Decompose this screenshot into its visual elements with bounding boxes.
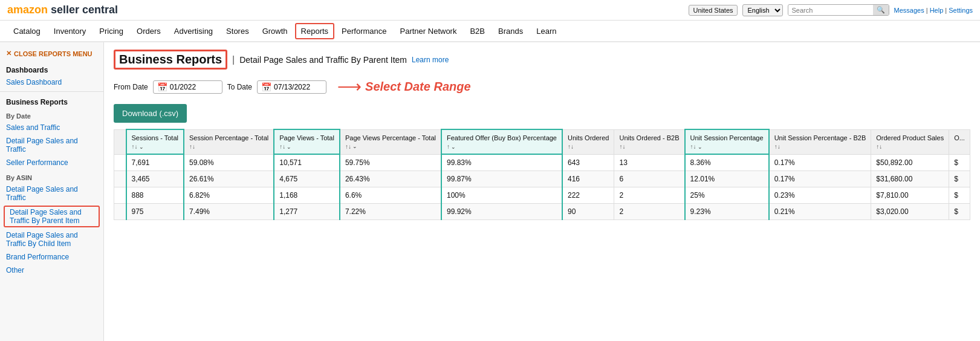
nav-brands[interactable]: Brands xyxy=(492,23,529,39)
sidebar-item-detail-page-sales-traffic[interactable]: Detail Page Sales and Traffic xyxy=(0,134,103,156)
search-button[interactable]: 🔍 xyxy=(873,5,889,15)
chevron-buybox[interactable]: ⌄ xyxy=(451,144,456,150)
table-body: 7,69159.08%10,57159.75%99.83%643138.36%0… xyxy=(114,154,970,220)
main-layout: ✕ CLOSE REPORTS MENU Dashboards Sales Da… xyxy=(0,42,980,341)
sidebar-item-seller-performance[interactable]: Seller Performance xyxy=(0,156,103,169)
nav-pricing[interactable]: Pricing xyxy=(93,23,129,39)
chevron-pv-pct[interactable]: ⌄ xyxy=(352,143,357,149)
table-cell: $ xyxy=(949,204,970,220)
settings-link[interactable]: Settings xyxy=(945,7,973,14)
table-cell: $50,892.00 xyxy=(871,154,949,171)
nav-bar: Catalog Inventory Pricing Orders Adverti… xyxy=(0,21,980,42)
sort-icon-pv[interactable]: ↑↓ xyxy=(279,143,285,150)
table-row: 7,69159.08%10,57159.75%99.83%643138.36%0… xyxy=(114,154,970,171)
sort-icon-sales[interactable]: ↑↓ xyxy=(876,143,882,150)
td-empty xyxy=(114,171,126,187)
sidebar-item-sales-dashboard[interactable]: Sales Dashboard xyxy=(0,76,103,89)
th-pv-pct: Page Views Percentage - Total ↑↓ ⌄ xyxy=(340,129,441,154)
table-cell: 416 xyxy=(562,171,614,187)
sort-icon-usp[interactable]: ↑↓ xyxy=(690,143,696,150)
sidebar-item-other[interactable]: Other xyxy=(0,264,103,277)
th-sessions-total: Sessions - Total ↑↓ ⌄ xyxy=(126,129,184,154)
sort-icon-usp-b2b[interactable]: ↑↓ xyxy=(774,143,780,150)
sidebar-group-by-asin: By ASIN xyxy=(0,169,103,183)
td-empty xyxy=(114,204,126,220)
table-cell: 6.6% xyxy=(340,187,441,204)
top-bar: amazon seller central United States Engl… xyxy=(0,0,980,21)
close-reports-menu[interactable]: ✕ CLOSE REPORTS MENU xyxy=(0,47,103,62)
messages-link[interactable]: Messages xyxy=(894,7,924,14)
th-unit-session-pct: Unit Session Percentage ↑↓ ⌄ xyxy=(685,129,769,154)
sidebar-item-detail-asin[interactable]: Detail Page Sales and Traffic xyxy=(0,183,103,204)
chevron-sessions[interactable]: ⌄ xyxy=(139,144,144,150)
sort-icon-session-pct[interactable]: ↑↓ xyxy=(189,143,195,150)
table-cell: 26.61% xyxy=(184,171,274,187)
from-date-input[interactable] xyxy=(170,83,218,91)
chevron-usp[interactable]: ⌄ xyxy=(698,144,703,150)
language-selector[interactable]: English xyxy=(742,4,783,16)
country-selector[interactable]: United States xyxy=(689,5,737,16)
sort-icon-units[interactable]: ↑↓ xyxy=(568,143,574,150)
table-cell: 3,465 xyxy=(126,171,184,187)
nav-advertising[interactable]: Advertising xyxy=(168,23,219,39)
sort-icon-buybox[interactable]: ↑ xyxy=(447,143,450,150)
to-date-input-wrapper: 📅 xyxy=(257,80,326,94)
nav-orders[interactable]: Orders xyxy=(131,23,167,39)
table-cell: 90 xyxy=(562,204,614,220)
nav-partner-network[interactable]: Partner Network xyxy=(394,23,463,39)
sort-icon-pv-pct[interactable]: ↑↓ xyxy=(345,143,351,150)
table-cell: 99.87% xyxy=(441,171,562,187)
table-cell: 10,571 xyxy=(274,154,340,171)
nav-stores[interactable]: Stores xyxy=(220,23,255,39)
to-date-calendar-icon[interactable]: 📅 xyxy=(261,82,271,92)
from-date-calendar-icon[interactable]: 📅 xyxy=(157,82,167,92)
sidebar-item-detail-child[interactable]: Detail Page Sales and Traffic By Child I… xyxy=(0,229,103,250)
sidebar-item-detail-parent[interactable]: Detail Page Sales and Traffic By Parent … xyxy=(4,206,100,227)
nav-performance[interactable]: Performance xyxy=(336,23,392,39)
table-cell: $ xyxy=(949,154,970,171)
logo: amazon seller central xyxy=(7,4,118,16)
sidebar-group-by-date: By Date xyxy=(0,108,103,121)
nav-inventory[interactable]: Inventory xyxy=(48,23,92,39)
report-table: Sessions - Total ↑↓ ⌄ Session Percentage… xyxy=(114,129,970,220)
table-cell: $31,680.00 xyxy=(871,171,949,187)
download-csv-button[interactable]: Download (.csv) xyxy=(114,104,187,123)
nav-growth[interactable]: Growth xyxy=(256,23,294,39)
sidebar-item-brand-performance[interactable]: Brand Performance xyxy=(0,250,103,264)
table-cell: $3,020.00 xyxy=(871,204,949,220)
page-title: Business Reports xyxy=(114,50,227,70)
table-cell: $7,810.00 xyxy=(871,187,949,204)
table-cell: 1,168 xyxy=(274,187,340,204)
sidebar-item-sales-traffic[interactable]: Sales and Traffic xyxy=(0,121,103,134)
nav-reports[interactable]: Reports xyxy=(295,23,335,39)
th-usp-b2b: Unit Session Percentage - B2B ↑↓ xyxy=(769,129,871,154)
table-cell: 4,675 xyxy=(274,171,340,187)
table-cell: 59.75% xyxy=(340,154,441,171)
th-empty xyxy=(114,129,126,154)
table-cell: 0.17% xyxy=(769,154,871,171)
nav-b2b[interactable]: B2B xyxy=(464,23,491,39)
table-cell: 2 xyxy=(614,187,685,204)
page-header: Business Reports | Detail Page Sales and… xyxy=(114,50,970,70)
table-cell: 100% xyxy=(441,187,562,204)
nav-catalog[interactable]: Catalog xyxy=(7,23,47,39)
table-row: 9757.49%1,2777.22%99.92%9029.23%0.21%$3,… xyxy=(114,204,970,220)
table-cell: 7,691 xyxy=(126,154,184,171)
sort-icon-units-b2b[interactable]: ↑↓ xyxy=(619,143,625,150)
table-cell: 13 xyxy=(614,154,685,171)
to-date-input[interactable] xyxy=(274,83,322,91)
table-cell: 12.01% xyxy=(685,171,769,187)
help-link[interactable]: Help xyxy=(926,7,944,14)
page-subtitle: Detail Page Sales and Traffic By Parent … xyxy=(239,55,407,65)
chevron-pv[interactable]: ⌄ xyxy=(287,144,291,150)
sidebar: ✕ CLOSE REPORTS MENU Dashboards Sales Da… xyxy=(0,42,104,341)
close-label: CLOSE REPORTS MENU xyxy=(14,50,92,57)
table-cell: 975 xyxy=(126,204,184,220)
search-input[interactable] xyxy=(788,5,873,15)
table-cell: 99.83% xyxy=(441,154,562,171)
nav-learn[interactable]: Learn xyxy=(530,23,562,39)
table-cell: 59.08% xyxy=(184,154,274,171)
table-cell: 7.22% xyxy=(340,204,441,220)
sort-icon-sessions[interactable]: ↑↓ xyxy=(132,143,138,150)
learn-more-link[interactable]: Learn more xyxy=(412,56,449,64)
